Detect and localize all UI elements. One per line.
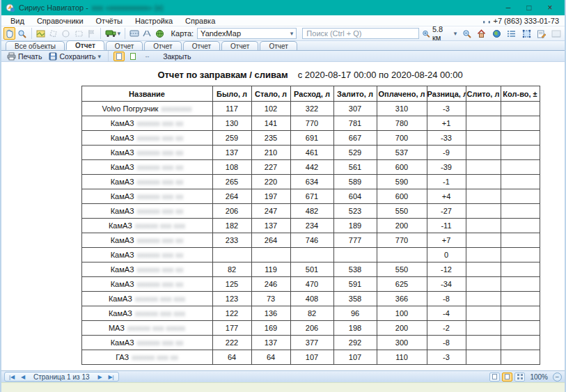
value-cell: 107 — [290, 350, 333, 365]
value-cell: -27 — [427, 204, 466, 219]
value-cell: 777 — [333, 233, 377, 248]
zoom-search-tool-button[interactable] — [17, 27, 28, 40]
value-cell — [501, 248, 540, 262]
vehicle-name-cell: КамАЗxxxxxx xxx xx — [81, 189, 212, 204]
value-cell: 259 — [212, 131, 251, 146]
value-cell: -33 — [427, 131, 466, 146]
prev-page-button[interactable]: ◀ — [18, 374, 28, 380]
save-button[interactable]: Сохранить ▾ — [47, 52, 103, 61]
tab-report-1[interactable]: Отчет — [66, 40, 104, 50]
home-button[interactable] — [475, 27, 488, 40]
geozones-globe-button[interactable] — [154, 27, 165, 40]
value-cell: 300 — [377, 336, 427, 350]
next-page-button[interactable]: ▶ — [95, 374, 105, 380]
menu-item-4[interactable]: Справка — [179, 16, 221, 26]
value-cell: 197 — [251, 189, 290, 204]
vehicle-plate-redacted: xxxxxx xxx xx — [137, 148, 184, 157]
value-cell: 200 — [377, 219, 427, 233]
value-cell: 482 — [290, 204, 333, 219]
vehicle-tracking-button[interactable]: ▾ — [104, 27, 121, 40]
menu-item-0[interactable]: Вид — [4, 16, 31, 26]
minimize-button[interactable]: – — [498, 1, 519, 14]
circle-tool-button[interactable] — [61, 27, 72, 40]
close-button[interactable]: × — [540, 1, 560, 14]
value-cell: 589 — [333, 175, 377, 189]
tab-report-5[interactable]: Отчет — [221, 41, 258, 50]
window-title-redacted: xxx «xxxxxxxxxx» (x) — [92, 3, 164, 12]
edit-map-button[interactable] — [36, 27, 47, 40]
titlebar: Сириус Навигатор - xxx «xxxxxxxxxx» (x) … — [1, 0, 565, 15]
polygon-tool-button[interactable] — [48, 27, 59, 40]
last-page-button[interactable]: ▶| — [107, 374, 116, 380]
value-cell: 0 — [427, 248, 466, 262]
tab-report-4[interactable]: Отчет — [183, 41, 220, 50]
vehicle-name-cell: КамАЗxxxxxx xxx xxx — [81, 292, 212, 306]
value-cell: 141 — [251, 116, 290, 131]
value-cell: -3 — [427, 350, 466, 365]
value-cell: 461 — [290, 146, 333, 160]
world-map-button[interactable] — [490, 27, 503, 40]
fit-width-view-button[interactable]: ↔ — [141, 52, 152, 61]
map-scale-value: 5.8 км — [432, 25, 452, 42]
menu-item-3[interactable]: Настройка — [129, 16, 179, 26]
app-icon — [6, 3, 15, 13]
value-cell: 538 — [333, 262, 377, 277]
routes-button[interactable] — [129, 27, 140, 40]
value-cell — [466, 277, 501, 292]
tab-report-2[interactable]: Отчет — [106, 41, 143, 50]
window-bottom-edge — [1, 382, 565, 392]
tab-all-objects[interactable]: Все объекты — [6, 41, 65, 50]
tab-report-3[interactable]: Отчет — [144, 41, 181, 50]
vehicle-name: КамАЗ — [111, 265, 134, 274]
menu-item-2[interactable]: Отчёты — [90, 16, 129, 26]
value-cell: +7 — [427, 233, 466, 248]
vehicle-name-cell: КамАЗxxxxxx xxx xx — [81, 131, 212, 146]
notes-edit-button[interactable] — [535, 27, 547, 40]
pan-hand-tool-button[interactable] — [3, 27, 15, 40]
value-cell — [501, 204, 540, 219]
search-input[interactable] — [302, 28, 419, 39]
zoom-in-scale-button[interactable]: 5.8 км ▾ — [420, 27, 458, 40]
value-cell: 119 — [251, 262, 290, 277]
print-button[interactable]: Печать — [5, 52, 44, 61]
flag-tool-button[interactable] — [86, 27, 97, 40]
table-row: КамАЗxxxxxx xxx xx206247482523550-27 — [81, 204, 540, 219]
road-events-button[interactable] — [141, 27, 152, 40]
vehicle-name: КамАЗ — [111, 207, 134, 215]
vehicle-plate-redacted: xxxxxx xxx xx — [137, 134, 184, 142]
zoom-out-scale-button[interactable] — [460, 27, 473, 40]
view-grid-button[interactable] — [514, 373, 525, 382]
value-cell: 600 — [377, 160, 427, 175]
vehicle-name: МАЗ — [109, 324, 125, 332]
object-list-button[interactable] — [505, 27, 517, 40]
view-single-button[interactable] — [489, 373, 500, 382]
value-cell: 100 — [377, 306, 427, 321]
map-select-label: Карта: — [171, 29, 194, 38]
value-cell — [466, 292, 501, 306]
tab-report-6[interactable]: Отчет — [260, 41, 297, 50]
toolbar-separator — [31, 28, 32, 39]
close-report-button[interactable]: Закрыть — [161, 52, 193, 61]
first-page-button[interactable]: |◀ — [7, 374, 17, 380]
vehicle-name-cell: КамАЗxxxxxx xxx xx — [81, 116, 212, 131]
maximize-button[interactable]: □ — [519, 1, 540, 14]
continuous-view-button[interactable] — [127, 52, 139, 61]
image-view-button[interactable] — [550, 27, 563, 40]
vehicle-name-cell: КамАЗxxxxxx xxx xxx — [81, 306, 212, 321]
vehicle-plate-redacted: xxxxxx xxx xx — [137, 163, 184, 171]
value-cell: 550 — [377, 204, 427, 219]
menu-item-1[interactable]: Справочники — [31, 16, 90, 26]
value-cell: +1 — [427, 116, 466, 131]
map-select[interactable]: YandexMap ▾ — [197, 28, 297, 39]
main-toolbar: ▾ Карта: YandexMap ▾ 5.8 км ▾ — [1, 26, 565, 41]
view-facing-button[interactable] — [502, 373, 512, 382]
single-page-view-button[interactable] — [113, 52, 125, 61]
value-cell — [333, 248, 377, 262]
zoom-out-button[interactable]: − — [553, 373, 562, 382]
area-select-button[interactable] — [520, 27, 533, 40]
value-cell — [466, 204, 501, 219]
rectangle-tool-button[interactable] — [73, 27, 84, 40]
toolbar-separator — [108, 51, 109, 62]
vehicle-name: КамАЗ — [109, 295, 132, 303]
value-cell: 691 — [290, 131, 333, 146]
